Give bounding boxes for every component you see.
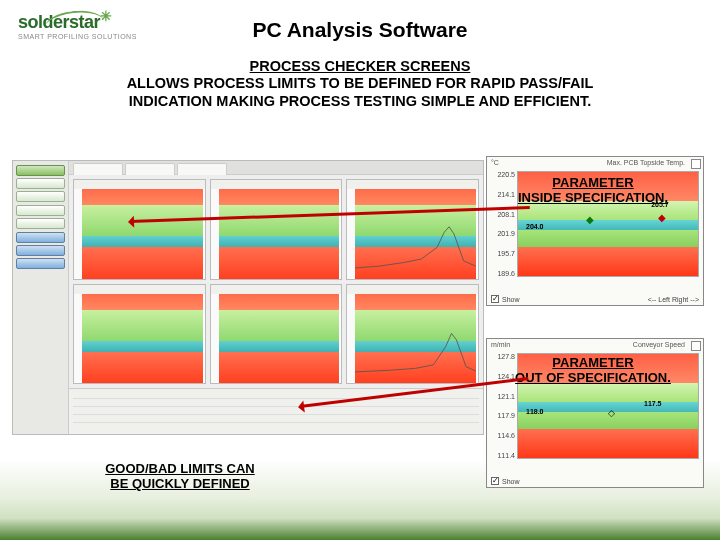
page-subtitle: PROCESS CHECKER SCREENS	[0, 58, 720, 74]
show-label: Show	[502, 296, 520, 303]
annot-line: INSIDE SPECIFICATION.	[518, 190, 668, 205]
data-point-pass-icon: ◆	[586, 214, 594, 225]
chart-panel	[210, 179, 343, 280]
chart-panel	[210, 284, 343, 385]
ytick: 208.1	[489, 211, 515, 218]
maximize-icon	[691, 159, 701, 169]
marker-value: 117.5	[644, 400, 662, 407]
chart-panel	[73, 284, 206, 385]
ytick: 117.9	[489, 412, 515, 419]
annotation-inside-spec: PARAMETER INSIDE SPECIFICATION.	[508, 176, 678, 206]
desc-line1: ALLOWS PROCESS LIMITS TO BE DEFINED FOR …	[127, 75, 594, 91]
profile-trace	[355, 225, 476, 270]
maximize-icon	[691, 341, 701, 351]
screenshot-tab	[73, 163, 123, 175]
screenshot-tabs	[69, 161, 483, 175]
ytick: 189.6	[489, 270, 515, 277]
annot-line: OUT OF SPECIFICATION.	[515, 370, 671, 385]
panel-header	[74, 285, 205, 294]
data-point-icon: ◇	[608, 408, 615, 418]
sidebar-button	[16, 205, 65, 216]
logo-tagline: SMART PROFILING SOLUTIONS	[18, 33, 137, 40]
panel-footer-left: Show	[491, 295, 520, 303]
show-checkbox[interactable]	[491, 295, 499, 303]
midline-value: 118.0	[526, 408, 544, 415]
sidebar-button	[16, 178, 65, 189]
sidebar-button	[16, 258, 65, 269]
show-checkbox[interactable]	[491, 477, 499, 485]
sidebar-button	[16, 232, 65, 243]
chart-panel	[346, 179, 479, 280]
panel-title: Max. PCB Topside Temp.	[607, 159, 685, 166]
panel-header	[74, 180, 205, 189]
panel-footer-nav: <-- Left Right -->	[648, 296, 699, 303]
annotation-limits: GOOD/BAD LIMITS CAN BE QUICKLY DEFINED	[80, 462, 280, 492]
sidebar-button	[16, 165, 65, 176]
page-description: ALLOWS PROCESS LIMITS TO BE DEFINED FOR …	[70, 74, 650, 110]
ytick: 195.7	[489, 250, 515, 257]
brand-logo: solderstar✳ SMART PROFILING SOLUTIONS	[18, 8, 137, 40]
panel-unit: °C	[491, 159, 499, 166]
desc-line2: INDICATION MAKING PROCESS TESTING SIMPLE…	[129, 93, 591, 109]
screenshot-main	[69, 161, 483, 434]
sidebar-button	[16, 218, 65, 229]
sidebar-button	[16, 191, 65, 202]
panel-title: Conveyor Speed	[633, 341, 685, 348]
ytick: 201.9	[489, 230, 515, 237]
panel-header	[211, 285, 342, 294]
sidebar-button	[16, 245, 65, 256]
screenshot-footer	[69, 388, 483, 434]
show-label: Show	[502, 478, 520, 485]
panel-header	[347, 285, 478, 294]
screenshot-sidebar	[13, 161, 69, 434]
chart-grid	[69, 175, 483, 388]
screenshot-tab	[125, 163, 175, 175]
profile-trace	[355, 329, 476, 374]
chart-panel	[73, 179, 206, 280]
annotation-out-of-spec: PARAMETER OUT OF SPECIFICATION.	[508, 356, 678, 386]
panel-footer-left: Show	[491, 477, 520, 485]
annot-line: GOOD/BAD LIMITS CAN	[105, 461, 255, 476]
annot-line: BE QUICKLY DEFINED	[110, 476, 249, 491]
software-screenshot	[12, 160, 484, 435]
ytick: 114.6	[489, 432, 515, 439]
annot-line: PARAMETER	[552, 355, 633, 370]
midline-value: 204.0	[526, 223, 544, 230]
ytick: 121.1	[489, 393, 515, 400]
ytick: 111.4	[489, 452, 515, 459]
annot-line: PARAMETER	[552, 175, 633, 190]
data-point-fail-icon: ◆	[658, 212, 666, 223]
panel-header	[211, 180, 342, 189]
chart-panel	[346, 284, 479, 385]
panel-unit: m/min	[491, 341, 510, 348]
screenshot-tab	[177, 163, 227, 175]
panel-header	[347, 180, 478, 189]
